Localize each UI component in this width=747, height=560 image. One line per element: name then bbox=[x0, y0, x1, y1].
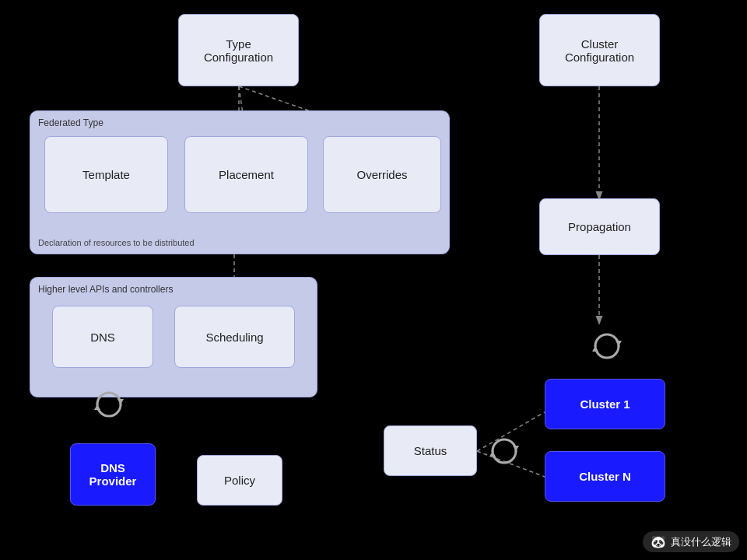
higher-level-label: Higher level APIs and controllers bbox=[38, 284, 173, 295]
propagation-box: Propagation bbox=[539, 198, 660, 255]
overrides-box: Overrides bbox=[323, 136, 441, 213]
federated-description: Declaration of resources to be distribut… bbox=[38, 238, 195, 247]
cluster-configuration-box: Cluster Configuration bbox=[539, 14, 660, 86]
dns-label: DNS bbox=[90, 331, 115, 344]
placement-label: Placement bbox=[219, 168, 274, 181]
svg-marker-12 bbox=[592, 346, 598, 352]
dns-provider-box: DNS Provider bbox=[70, 443, 156, 506]
sync-icon-status bbox=[481, 428, 528, 474]
placement-box: Placement bbox=[184, 136, 308, 213]
type-configuration-box: Type Configuration bbox=[178, 14, 299, 86]
scheduling-box: Scheduling bbox=[174, 306, 295, 368]
scheduling-label: Scheduling bbox=[205, 331, 263, 344]
cluster1-label: Cluster 1 bbox=[580, 397, 630, 411]
type-configuration-label: Type Configuration bbox=[204, 37, 273, 64]
propagation-label: Propagation bbox=[568, 220, 631, 233]
status-box: Status bbox=[384, 425, 477, 476]
template-box: Template bbox=[44, 136, 168, 213]
svg-marker-14 bbox=[489, 451, 496, 457]
clusterN-label: Cluster N bbox=[579, 470, 631, 483]
cluster-configuration-label: Cluster Configuration bbox=[565, 37, 634, 64]
overrides-label: Overrides bbox=[356, 168, 407, 181]
dns-box: DNS bbox=[52, 306, 153, 368]
policy-label: Policy bbox=[224, 474, 255, 487]
sync-icon-clusters bbox=[584, 323, 630, 369]
sync-icon-dns bbox=[86, 381, 132, 428]
policy-box: Policy bbox=[197, 455, 282, 506]
dns-provider-label: DNS Provider bbox=[89, 461, 137, 488]
watermark-text: 真没什么逻辑 bbox=[671, 535, 731, 549]
federated-type-label: Federated Type bbox=[38, 117, 103, 128]
svg-marker-10 bbox=[94, 404, 100, 410]
watermark: 🐼 真没什么逻辑 bbox=[643, 531, 739, 552]
status-label: Status bbox=[414, 444, 447, 457]
clusterN-box: Cluster N bbox=[545, 451, 665, 502]
cluster1-box: Cluster 1 bbox=[545, 379, 665, 429]
template-label: Template bbox=[82, 168, 130, 181]
